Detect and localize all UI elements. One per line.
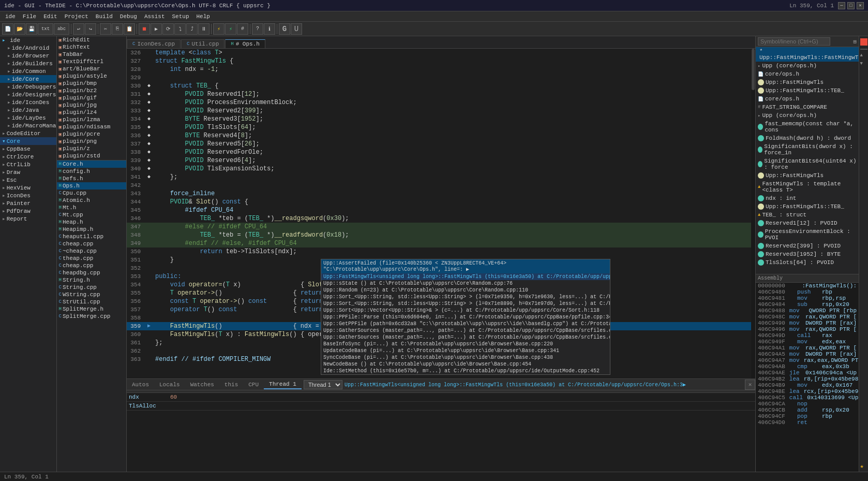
tb-redo[interactable]: ↪ [85,23,96,35]
file-defs-h[interactable]: H Defs.h [57,175,126,182]
file-atomic-h[interactable]: H Atomic.h [57,197,126,204]
close-button[interactable]: ✕ [857,2,864,9]
symbol-item-faststrcompare[interactable]: # FAST_STRING_COMPARE [756,103,859,111]
debug-close-button[interactable]: ✕ [745,380,755,390]
file-heapimp-h[interactable]: H Heapimp.h [57,226,126,233]
tree-codeeditor[interactable]: ▸ CodeEditor [0,129,56,137]
thread-dropdown[interactable]: Thread 1 [304,380,342,389]
tab-icondes-cpp[interactable]: C IconDes.cpp [127,39,181,48]
tree-ctrllib[interactable]: ▸ CtrlLib [0,161,56,168]
debug-star-icon[interactable]: ★ [860,462,867,470]
file-pcre[interactable]: ▣ plugin/pcre [57,130,126,138]
file-config-h[interactable]: H config.h [57,168,126,175]
file-string-h[interactable]: H String.h [57,276,126,284]
symbol-item-reserved3[interactable]: Reserved3[1952] : BYTE [756,250,859,258]
tb-new[interactable]: 📄 [2,23,13,35]
popup-item-4[interactable]: Upp::Sort_<Upp::String, std::less<Upp::S… [321,300,610,307]
file-ops-h[interactable]: H Ops.h [57,182,126,190]
debug-tab-watches[interactable]: Watches [185,381,219,389]
symbol-item-coreops[interactable]: 📄 core/ops.h [756,70,859,78]
tb-stepout[interactable]: ⤴ [186,23,198,35]
file-artbluebar[interactable]: ▣ art/BlueBar [57,65,126,72]
debug-stop-icon[interactable] [860,38,867,46]
tree-ide-browser[interactable]: ▸ ide/Browser [0,52,56,60]
tb-build2[interactable]: ⚡ [225,23,236,35]
file-cheap[interactable]: C cheap.cpp [57,240,126,247]
tb-zap[interactable]: ⚡ [213,23,225,35]
file-mt-h[interactable]: H Mt.h [57,204,126,211]
file-jpg[interactable]: ▣ plugin/jpg [57,101,126,109]
file-z[interactable]: ▣ plugin/z [57,145,126,152]
tb-stop[interactable]: ⏸ [198,23,209,35]
tab-util-cpp[interactable]: C Util.cpp [181,39,225,48]
file-heapdbg[interactable]: C heapdbg.cpp [57,269,126,276]
symbol-search-input[interactable] [758,37,830,46]
tb-copy[interactable]: ⎘ [112,23,123,35]
tree-ctrlcore[interactable]: ▸ CtrlCore [0,153,56,161]
symbol-item-reserved1[interactable]: Reserved1[12] : PVOID [756,219,859,227]
file-heaputil[interactable]: C heaputil.cpp [57,233,126,240]
file-cheap[interactable]: C cheap.cpp [57,262,126,269]
tree-core[interactable]: ▾ Core [0,137,56,145]
menu-assist[interactable]: Assist [141,13,168,20]
tb-undo[interactable]: ↩ [73,23,84,35]
tb-play[interactable]: ▶ [151,23,162,35]
symbol-item-coreops2[interactable]: 📄 core/ops.h [756,95,859,103]
tree-ide-builders[interactable]: ▸ ide/Builders [0,60,56,67]
popup-item-1[interactable]: Upp::sState () at C:\Prototable\upp\upps… [321,280,610,287]
menu-project[interactable]: Project [62,13,92,20]
file-richtext[interactable]: ▣ RichText [57,43,126,51]
symbol-item-foldhash[interactable]: FoldHash(dword h) : dword [756,134,859,142]
tb-stepinto[interactable]: ⤵ [174,23,186,35]
file-bmp[interactable]: ▣ plugin/bmp [57,80,126,87]
tree-pdfdraw[interactable]: ▸ PdfDraw [0,207,56,215]
symbol-item-fastmemcmp[interactable]: fast_memcmp(const char *a, cons [756,120,859,134]
menu-file[interactable]: File [20,13,39,20]
tree-ide-laydes[interactable]: ▸ ide/LayDes [0,114,56,122]
menu-edit[interactable]: Edit [40,13,60,20]
tree-ide-icondes[interactable]: ▸ ide/IconDes [0,98,56,106]
maximize-button[interactable]: □ [847,2,855,9]
tab-ops-h[interactable]: H # Ops.h [225,39,265,48]
menu-ide[interactable]: ide [2,13,19,20]
tree-painter[interactable]: ▸ Painter [0,199,56,207]
menu-help[interactable]: Help [193,13,213,20]
symbol-item-selected[interactable]: * Upp::FastMingwTls::FastMingwTls [756,47,859,62]
file-zstd[interactable]: ▣ plugin/zstd [57,152,126,159]
debug-tab-this[interactable]: this [219,381,243,389]
tree-cppbase[interactable]: ▸ CppBase [0,145,56,153]
tree-ide-core[interactable]: ▸ ide/Core [0,75,56,83]
file-theap[interactable]: C theap.cpp [57,255,126,262]
tree-ide-designers[interactable]: ▸ ide/Designers [0,91,56,98]
tb-save[interactable]: 💾 [26,23,37,35]
symbol-item-ndx[interactable]: ndx : int [756,194,859,202]
tb-run[interactable]: ⏹ [139,23,150,35]
popup-item-10[interactable]: BaseInfoSync (pi=...) at C:\Prototable\u… [321,341,610,347]
file-splitmerge-h[interactable]: H SplitMerge.h [57,305,126,313]
tb-stepover[interactable]: ⟳ [162,23,174,35]
file-lzma[interactable]: ▣ plugin/lzma [57,116,126,123]
tree-icondes[interactable]: ▸ IconDes [0,192,56,199]
file-wstring[interactable]: C WString.cpp [57,291,126,298]
tb-help[interactable]: ? [252,23,263,35]
symbol-item-teb2[interactable]: Upp::FastMingwTls::TEB_ [756,202,859,211]
symbol-item-fastmingwtls1[interactable]: Upp::FastMingwTls [756,78,859,86]
tb-abc[interactable]: abc [54,23,69,35]
popup-item-8[interactable]: Upp::GatherSources (master_path=..., pat… [321,327,610,334]
popup-item-9[interactable]: Upp::GatherSources (master_path=..., pat… [321,334,610,341]
debug-down-icon[interactable]: ▼ [860,61,867,68]
debug-tab-cpu[interactable]: CPU [243,381,264,389]
tb-hash[interactable]: # [237,23,248,35]
symbol-item-upp2[interactable]: ▸ Upp (core/ops.h) [756,111,859,120]
menu-debug[interactable]: Debug [117,13,140,20]
file-png[interactable]: ▣ plugin/png [57,138,126,145]
tree-ide-common[interactable]: ▸ ide/Common [0,67,56,75]
debug-up-icon[interactable]: ▲ [860,53,867,60]
debug-tab-locals[interactable]: Locals [154,381,185,389]
file-gif[interactable]: ▣ plugin/gif [57,94,126,101]
debug-tab-autos[interactable]: Autos [127,381,154,389]
menu-setup[interactable]: Setup [169,13,192,20]
file-ndisasm[interactable]: ▣ plugin/ndisasm [57,123,126,130]
symbol-item-teb-struct[interactable]: ▲ TEB_ : struct [756,211,859,219]
popup-item-13[interactable]: NewCodeBase () at C:\Prototable\upp\upps… [321,361,610,368]
